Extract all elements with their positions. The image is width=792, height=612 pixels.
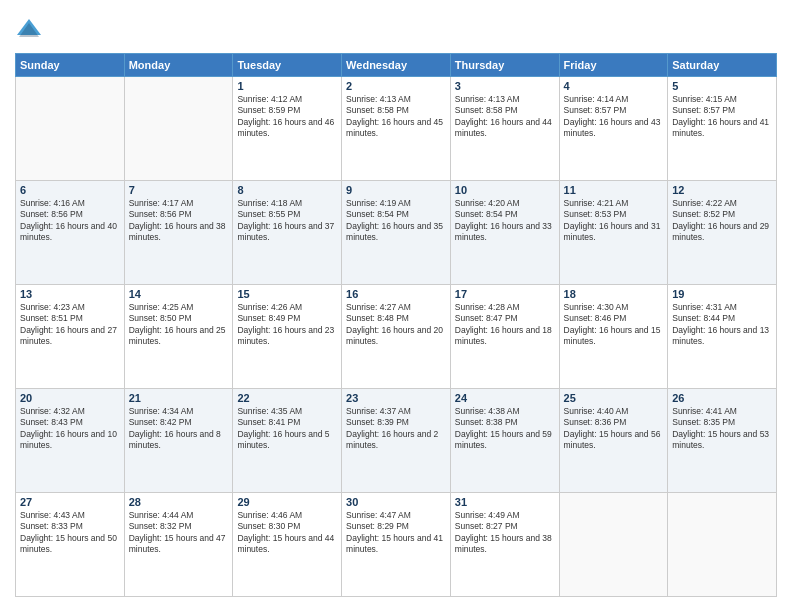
calendar-cell: 31Sunrise: 4:49 AMSunset: 8:27 PMDayligh… <box>450 493 559 597</box>
calendar-cell: 20Sunrise: 4:32 AMSunset: 8:43 PMDayligh… <box>16 389 125 493</box>
calendar-cell: 17Sunrise: 4:28 AMSunset: 8:47 PMDayligh… <box>450 285 559 389</box>
day-info: Sunrise: 4:43 AMSunset: 8:33 PMDaylight:… <box>20 510 120 556</box>
calendar-cell: 6Sunrise: 4:16 AMSunset: 8:56 PMDaylight… <box>16 181 125 285</box>
day-number: 8 <box>237 184 337 196</box>
day-info: Sunrise: 4:17 AMSunset: 8:56 PMDaylight:… <box>129 198 229 244</box>
day-number: 25 <box>564 392 664 404</box>
day-number: 21 <box>129 392 229 404</box>
day-number: 22 <box>237 392 337 404</box>
day-info: Sunrise: 4:20 AMSunset: 8:54 PMDaylight:… <box>455 198 555 244</box>
day-number: 31 <box>455 496 555 508</box>
weekday-header-monday: Monday <box>124 54 233 77</box>
day-number: 23 <box>346 392 446 404</box>
day-info: Sunrise: 4:28 AMSunset: 8:47 PMDaylight:… <box>455 302 555 348</box>
day-number: 24 <box>455 392 555 404</box>
day-number: 13 <box>20 288 120 300</box>
day-info: Sunrise: 4:38 AMSunset: 8:38 PMDaylight:… <box>455 406 555 452</box>
day-number: 4 <box>564 80 664 92</box>
day-number: 10 <box>455 184 555 196</box>
calendar-cell: 29Sunrise: 4:46 AMSunset: 8:30 PMDayligh… <box>233 493 342 597</box>
day-info: Sunrise: 4:32 AMSunset: 8:43 PMDaylight:… <box>20 406 120 452</box>
day-number: 17 <box>455 288 555 300</box>
day-info: Sunrise: 4:22 AMSunset: 8:52 PMDaylight:… <box>672 198 772 244</box>
day-number: 6 <box>20 184 120 196</box>
day-number: 11 <box>564 184 664 196</box>
day-info: Sunrise: 4:21 AMSunset: 8:53 PMDaylight:… <box>564 198 664 244</box>
day-number: 2 <box>346 80 446 92</box>
calendar-cell: 12Sunrise: 4:22 AMSunset: 8:52 PMDayligh… <box>668 181 777 285</box>
day-number: 15 <box>237 288 337 300</box>
day-info: Sunrise: 4:19 AMSunset: 8:54 PMDaylight:… <box>346 198 446 244</box>
day-number: 18 <box>564 288 664 300</box>
day-number: 5 <box>672 80 772 92</box>
calendar-cell: 16Sunrise: 4:27 AMSunset: 8:48 PMDayligh… <box>342 285 451 389</box>
day-info: Sunrise: 4:34 AMSunset: 8:42 PMDaylight:… <box>129 406 229 452</box>
day-info: Sunrise: 4:25 AMSunset: 8:50 PMDaylight:… <box>129 302 229 348</box>
calendar-week-row: 6Sunrise: 4:16 AMSunset: 8:56 PMDaylight… <box>16 181 777 285</box>
weekday-header-saturday: Saturday <box>668 54 777 77</box>
weekday-header-tuesday: Tuesday <box>233 54 342 77</box>
calendar-cell: 27Sunrise: 4:43 AMSunset: 8:33 PMDayligh… <box>16 493 125 597</box>
page: SundayMondayTuesdayWednesdayThursdayFrid… <box>0 0 792 612</box>
weekday-header-sunday: Sunday <box>16 54 125 77</box>
header <box>15 15 777 43</box>
calendar-cell: 11Sunrise: 4:21 AMSunset: 8:53 PMDayligh… <box>559 181 668 285</box>
day-number: 29 <box>237 496 337 508</box>
day-number: 7 <box>129 184 229 196</box>
calendar-week-row: 13Sunrise: 4:23 AMSunset: 8:51 PMDayligh… <box>16 285 777 389</box>
day-info: Sunrise: 4:44 AMSunset: 8:32 PMDaylight:… <box>129 510 229 556</box>
day-info: Sunrise: 4:27 AMSunset: 8:48 PMDaylight:… <box>346 302 446 348</box>
calendar-table: SundayMondayTuesdayWednesdayThursdayFrid… <box>15 53 777 597</box>
weekday-header-thursday: Thursday <box>450 54 559 77</box>
weekday-header-friday: Friday <box>559 54 668 77</box>
calendar-cell: 18Sunrise: 4:30 AMSunset: 8:46 PMDayligh… <box>559 285 668 389</box>
day-info: Sunrise: 4:46 AMSunset: 8:30 PMDaylight:… <box>237 510 337 556</box>
day-number: 19 <box>672 288 772 300</box>
calendar-cell <box>559 493 668 597</box>
day-info: Sunrise: 4:23 AMSunset: 8:51 PMDaylight:… <box>20 302 120 348</box>
day-number: 12 <box>672 184 772 196</box>
calendar-cell: 1Sunrise: 4:12 AMSunset: 8:59 PMDaylight… <box>233 77 342 181</box>
day-number: 3 <box>455 80 555 92</box>
weekday-header-row: SundayMondayTuesdayWednesdayThursdayFrid… <box>16 54 777 77</box>
calendar-cell: 3Sunrise: 4:13 AMSunset: 8:58 PMDaylight… <box>450 77 559 181</box>
calendar-cell: 25Sunrise: 4:40 AMSunset: 8:36 PMDayligh… <box>559 389 668 493</box>
day-number: 1 <box>237 80 337 92</box>
calendar-cell: 15Sunrise: 4:26 AMSunset: 8:49 PMDayligh… <box>233 285 342 389</box>
day-info: Sunrise: 4:35 AMSunset: 8:41 PMDaylight:… <box>237 406 337 452</box>
calendar-cell: 23Sunrise: 4:37 AMSunset: 8:39 PMDayligh… <box>342 389 451 493</box>
calendar-cell: 24Sunrise: 4:38 AMSunset: 8:38 PMDayligh… <box>450 389 559 493</box>
day-info: Sunrise: 4:31 AMSunset: 8:44 PMDaylight:… <box>672 302 772 348</box>
weekday-header-wednesday: Wednesday <box>342 54 451 77</box>
day-info: Sunrise: 4:18 AMSunset: 8:55 PMDaylight:… <box>237 198 337 244</box>
calendar-cell: 4Sunrise: 4:14 AMSunset: 8:57 PMDaylight… <box>559 77 668 181</box>
calendar-cell: 5Sunrise: 4:15 AMSunset: 8:57 PMDaylight… <box>668 77 777 181</box>
day-info: Sunrise: 4:14 AMSunset: 8:57 PMDaylight:… <box>564 94 664 140</box>
calendar-cell <box>668 493 777 597</box>
calendar-cell: 13Sunrise: 4:23 AMSunset: 8:51 PMDayligh… <box>16 285 125 389</box>
calendar-cell: 14Sunrise: 4:25 AMSunset: 8:50 PMDayligh… <box>124 285 233 389</box>
calendar-cell: 10Sunrise: 4:20 AMSunset: 8:54 PMDayligh… <box>450 181 559 285</box>
day-info: Sunrise: 4:26 AMSunset: 8:49 PMDaylight:… <box>237 302 337 348</box>
day-number: 28 <box>129 496 229 508</box>
calendar-week-row: 1Sunrise: 4:12 AMSunset: 8:59 PMDaylight… <box>16 77 777 181</box>
calendar-cell: 28Sunrise: 4:44 AMSunset: 8:32 PMDayligh… <box>124 493 233 597</box>
day-info: Sunrise: 4:13 AMSunset: 8:58 PMDaylight:… <box>455 94 555 140</box>
calendar-week-row: 27Sunrise: 4:43 AMSunset: 8:33 PMDayligh… <box>16 493 777 597</box>
day-number: 30 <box>346 496 446 508</box>
calendar-week-row: 20Sunrise: 4:32 AMSunset: 8:43 PMDayligh… <box>16 389 777 493</box>
calendar-cell <box>16 77 125 181</box>
day-info: Sunrise: 4:47 AMSunset: 8:29 PMDaylight:… <box>346 510 446 556</box>
day-info: Sunrise: 4:13 AMSunset: 8:58 PMDaylight:… <box>346 94 446 140</box>
logo-icon <box>15 15 43 43</box>
calendar-cell: 8Sunrise: 4:18 AMSunset: 8:55 PMDaylight… <box>233 181 342 285</box>
day-number: 14 <box>129 288 229 300</box>
calendar-cell: 21Sunrise: 4:34 AMSunset: 8:42 PMDayligh… <box>124 389 233 493</box>
logo <box>15 15 47 43</box>
calendar-cell: 2Sunrise: 4:13 AMSunset: 8:58 PMDaylight… <box>342 77 451 181</box>
calendar-cell: 19Sunrise: 4:31 AMSunset: 8:44 PMDayligh… <box>668 285 777 389</box>
calendar-cell: 22Sunrise: 4:35 AMSunset: 8:41 PMDayligh… <box>233 389 342 493</box>
day-number: 9 <box>346 184 446 196</box>
day-info: Sunrise: 4:15 AMSunset: 8:57 PMDaylight:… <box>672 94 772 140</box>
day-number: 16 <box>346 288 446 300</box>
